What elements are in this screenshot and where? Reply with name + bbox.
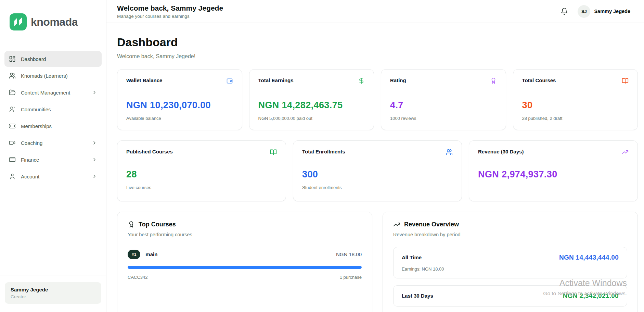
sidebar-footer: Sammy Jegede Creator <box>0 275 106 312</box>
trending-up-icon <box>622 149 629 155</box>
period-value: NGN 2,342,021.00 <box>563 292 619 300</box>
stat-title: Rating <box>390 77 406 83</box>
stat-card-rating: Rating 4.7 1000 reviews <box>381 69 506 130</box>
course-purchases: 1 purchase <box>340 275 362 280</box>
trending-up-icon <box>393 221 400 228</box>
stat-card-wallet-balance: Wallet Balance NGN 10,230,070.00 Availab… <box>117 69 242 130</box>
book-open-icon <box>270 149 277 155</box>
stat-value: 28 <box>126 169 277 180</box>
stat-value: NGN 14,282,463.75 <box>258 100 365 111</box>
folder-open-icon <box>9 89 16 96</box>
sidebar-item-label: Memberships <box>21 123 52 129</box>
period-label: Last 30 Days <box>402 293 433 299</box>
app-window: knomada Dashboard Knomads (Learners) Con… <box>0 0 644 312</box>
course-code: CACC342 <box>128 275 148 280</box>
dashboard-content: Dashboard Welcome back, Sammy Jegede! Wa… <box>106 23 644 312</box>
revenue-period-last-30-days: Last 30 Days NGN 2,342,021.00 <box>393 285 627 307</box>
sidebar-item-finance[interactable]: Finance <box>4 152 102 167</box>
stat-title: Total Earnings <box>258 77 294 83</box>
stat-value: 30 <box>522 100 629 111</box>
stat-subtitle: NGN 5,000,000.00 paid out <box>258 116 365 121</box>
stat-subtitle: 28 published, 2 draft <box>522 116 629 121</box>
stat-card-total-earnings: Total Earnings NGN 14,282,463.75 NGN 5,0… <box>249 69 374 130</box>
stats-row-2: Published Courses 28 Live courses Total … <box>117 140 638 201</box>
header-user-name: Sammy Jegede <box>594 9 630 14</box>
sidebar-user-card: Sammy Jegede Creator <box>5 282 101 304</box>
top-course-item: #1 main NGN 18.00 CACC342 1 purchase <box>128 250 362 280</box>
users-icon <box>446 149 453 155</box>
course-price: NGN 18.00 <box>336 251 362 257</box>
stat-card-total-enrollments: Total Enrollments 300 Student enrollment… <box>293 140 462 201</box>
sidebar-item-account[interactable]: Account <box>4 169 102 184</box>
brand-name: knomada <box>31 16 78 28</box>
sidebar-item-label: Communities <box>21 107 51 112</box>
sidebar-item-label: Coaching <box>21 140 42 146</box>
award-icon <box>490 77 497 84</box>
stat-title: Total Courses <box>522 77 556 83</box>
chevron-right-icon <box>92 90 97 95</box>
chevron-right-icon <box>92 174 97 179</box>
stat-subtitle: 1000 reviews <box>390 116 497 121</box>
video-camera-icon <box>9 139 16 146</box>
course-progress-bar <box>128 266 362 269</box>
section-subtitle: Revenue breakdown by period <box>393 232 627 237</box>
credit-card-icon <box>9 156 16 163</box>
stat-card-revenue-30-days: Revenue (30 Days) NGN 2,974,937.30 <box>469 140 638 201</box>
header-subtitle: Manage your courses and earnings <box>117 14 223 19</box>
stat-title: Wallet Balance <box>126 77 162 83</box>
top-header: Welcome back, Sammy Jegede Manage your c… <box>106 0 644 23</box>
stat-value: NGN 2,974,937.30 <box>478 169 629 180</box>
stat-title: Total Enrollments <box>302 149 345 154</box>
stat-subtitle: Student enrollments <box>302 185 453 190</box>
book-open-icon <box>622 77 629 84</box>
dashboard-grid-icon <box>9 55 16 62</box>
sidebar-item-coaching[interactable]: Coaching <box>4 135 102 151</box>
sidebar-item-label: Dashboard <box>21 56 46 62</box>
sidebar: knomada Dashboard Knomads (Learners) Con… <box>0 0 106 312</box>
wallet-icon <box>226 77 233 84</box>
stat-title: Revenue (30 Days) <box>478 149 524 154</box>
stat-subtitle: Available balance <box>126 116 233 121</box>
sidebar-nav: Dashboard Knomads (Learners) Content Man… <box>0 44 106 275</box>
stat-value: 300 <box>302 169 453 180</box>
revenue-period-all-time: All Time NGN 14,443,444.00 Earnings: NGN… <box>393 247 627 278</box>
sidebar-item-knomads-learners[interactable]: Knomads (Learners) <box>4 68 102 84</box>
chevron-right-icon <box>92 157 97 162</box>
header-title: Welcome back, Sammy Jegede <box>117 4 223 12</box>
period-label: All Time <box>402 254 422 260</box>
ticket-icon <box>9 123 16 129</box>
page-subtitle: Welcome back, Sammy Jegede! <box>117 53 638 60</box>
notifications-bell-icon[interactable] <box>561 8 568 15</box>
stat-value: 4.7 <box>390 100 497 111</box>
award-icon <box>128 221 135 228</box>
top-courses-card: Top Courses Your best performing courses… <box>117 212 372 312</box>
bottom-sections: Top Courses Your best performing courses… <box>117 212 638 312</box>
sidebar-item-content-management[interactable]: Content Management <box>4 85 102 100</box>
revenue-overview-card: Revenue Overview Revenue breakdown by pe… <box>383 212 638 312</box>
sidebar-item-dashboard[interactable]: Dashboard <box>4 51 102 67</box>
sidebar-item-communities[interactable]: Communities <box>4 101 102 117</box>
profile-menu[interactable]: SJ Sammy Jegede <box>578 5 630 18</box>
person-icon <box>9 106 16 113</box>
users-icon <box>9 72 16 79</box>
avatar: SJ <box>578 5 590 18</box>
stat-title: Published Courses <box>126 149 173 154</box>
course-name: main <box>145 251 157 257</box>
dollar-icon <box>358 77 365 84</box>
main-area: Welcome back, Sammy Jegede Manage your c… <box>106 0 644 312</box>
section-title: Revenue Overview <box>404 221 459 228</box>
section-title: Top Courses <box>139 221 176 228</box>
user-icon <box>9 173 16 180</box>
page-title: Dashboard <box>117 35 638 49</box>
brand-logo: knomada <box>0 0 106 44</box>
sidebar-item-memberships[interactable]: Memberships <box>4 118 102 134</box>
stat-subtitle: Live courses <box>126 185 277 190</box>
stats-row-1: Wallet Balance NGN 10,230,070.00 Availab… <box>117 69 638 130</box>
stat-card-published-courses: Published Courses 28 Live courses <box>117 140 286 201</box>
period-value: NGN 14,443,444.00 <box>559 254 619 261</box>
stat-card-total-courses: Total Courses 30 28 published, 2 draft <box>513 69 638 130</box>
period-note: Earnings: NGN 18.00 <box>402 266 619 272</box>
sidebar-item-label: Account <box>21 174 39 179</box>
stat-value: NGN 10,230,070.00 <box>126 100 233 111</box>
section-subtitle: Your best performing courses <box>128 232 362 237</box>
